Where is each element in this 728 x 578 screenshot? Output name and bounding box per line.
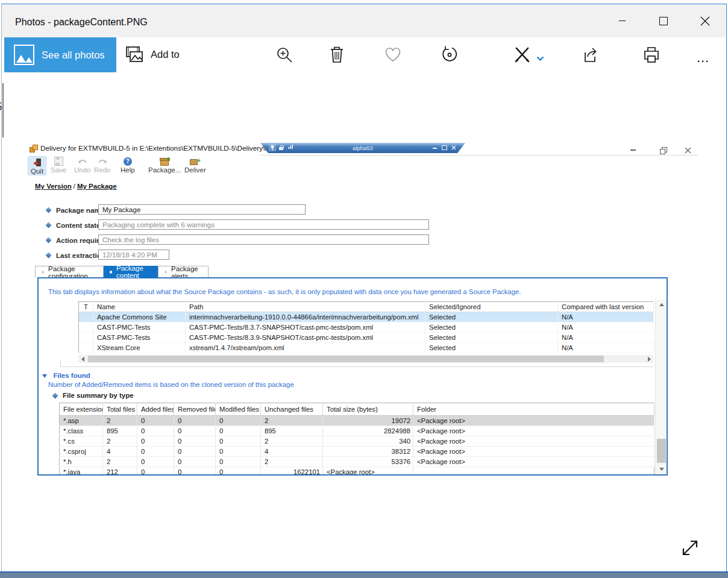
diamond-icon [46,237,52,243]
photo-edge-digit: 5 [0,100,4,115]
print-icon [642,46,661,64]
save-label: Save [51,166,66,174]
undo-icon [78,156,87,166]
quit-button[interactable]: Quit [28,156,46,178]
edit-dropdown-button[interactable] [536,53,544,64]
tab-package-content[interactable]: Package content [104,266,158,278]
save-button[interactable]: Save [51,156,66,178]
last-extraction-input[interactable]: 12/18/18 4:20 PM [98,250,169,260]
package-button[interactable]: + Package... [148,156,181,178]
help-icon: ? [124,156,132,166]
table-row[interactable]: *.h2000253376<Package root> [60,457,654,467]
inner-close-button [679,145,697,155]
table-row[interactable]: *.java2120001622101<Package root> [60,467,654,476]
package-label: Package... [148,166,181,174]
rdp-minimize-icon[interactable] [433,148,437,149]
col-path[interactable]: Path [186,302,425,312]
scrollbar-thumb[interactable] [657,439,666,463]
col-unchanged-files[interactable]: Unchanged files [261,403,323,416]
table-row[interactable]: *.asp2000219072<Package root> [60,416,654,426]
rdp-close-icon[interactable] [451,145,456,150]
quit-icon [31,157,43,167]
tab-package-configuration[interactable]: Package configuration [35,266,104,278]
scroll-right-button[interactable] [645,355,653,363]
rdp-restore-icon[interactable] [442,145,447,150]
edit-icon [513,46,532,64]
delivery-app-icon [30,145,38,152]
col-total-files[interactable]: Total files [103,403,137,416]
print-button[interactable] [642,46,661,66]
breadcrumb-version-link[interactable]: My Version [35,183,72,190]
table-row[interactable]: CAST-PMC-TestsCAST-PMC-Tests/8.3.9-SNAPS… [79,333,654,343]
table-row[interactable]: *.class8950008952824988<Package root> [60,426,654,436]
scroll-down-button[interactable] [656,464,667,474]
close-button[interactable] [685,4,725,37]
share-icon [580,45,599,64]
add-to-icon [124,45,145,65]
horizontal-scrollbar[interactable] [78,355,653,363]
col-compared[interactable]: Compared with last version [558,302,654,312]
col-type[interactable]: T [79,302,93,312]
col-selected[interactable]: Selected/Ignored [425,302,558,312]
vertical-scrollbar[interactable] [655,300,667,474]
zoom-icon [275,46,293,64]
minimize-button[interactable] [602,4,642,37]
scrollbar-thumb[interactable] [88,356,604,362]
delivery-window-title: Delivery for EXTMVBUILD-5 in E:\Extentio… [40,144,278,152]
add-to-button[interactable] [124,45,145,68]
files-found-note: Number of Added/Removed items is based o… [48,381,294,388]
package-name-input[interactable]: My Package [98,204,306,215]
tab-info-text: This tab displays information about what… [48,288,521,295]
minimize-icon [619,20,626,21]
col-removed-files[interactable]: Removed files [174,403,216,416]
delete-button[interactable] [328,45,345,67]
table-row[interactable]: Apache Commons Siteinterimnachverarbeitu… [79,312,654,322]
col-modified-files[interactable]: Modified files [216,403,261,416]
col-added-files[interactable]: Added files [137,403,174,416]
col-file-extension[interactable]: File extension [60,403,103,416]
help-button[interactable]: ? Help [121,156,135,178]
table-row[interactable]: *.cs20002340<Package root> [60,436,654,447]
favorite-button[interactable] [384,46,401,65]
scroll-left-button[interactable] [78,355,87,363]
col-total-size[interactable]: Total size (bytes) [323,403,413,416]
table-row[interactable]: XStream Corexstream/1.4.7/xstream/pom.xm… [79,343,654,353]
table-row[interactable]: *.csproj4000438312<Package root> [60,447,654,457]
edit-button[interactable] [513,46,532,66]
inner-titlebar-divider [260,155,698,155]
field-package-name: Package name [46,205,104,215]
fullscreen-toggle-button[interactable] [679,536,701,562]
col-name[interactable]: Name [93,302,186,312]
redo-button[interactable]: Redo [94,156,111,178]
more-button[interactable]: … [696,50,711,66]
collapse-triangle-icon [42,374,47,378]
deliver-button[interactable]: + Deliver [184,156,206,178]
diamond-icon [52,392,58,398]
maximize-button[interactable] [644,4,683,37]
file-summary-table: File extension Total files Added files R… [59,403,654,476]
table-row[interactable]: CAST-PMC-TestsCAST-PMC-Tests/8.3.7-SNAPS… [79,322,654,333]
save-icon [54,156,63,166]
ellipsis-icon: … [696,50,711,65]
content-state-input[interactable]: Packaging complete with 6 warnings [98,219,429,230]
tab-package-alerts[interactable]: Package alerts [158,266,209,278]
photos-gallery-icon [14,45,34,65]
close-icon [700,16,710,26]
expand-diagonal-icon [679,536,701,559]
zoom-button[interactable] [275,46,293,66]
breadcrumb-package-link[interactable]: My Package [77,183,117,190]
deliver-label: Deliver [184,166,206,174]
action-required-input[interactable]: Check the log files [98,234,429,245]
breadcrumb-separator: / [72,183,77,190]
col-folder[interactable]: Folder [413,403,654,416]
share-button[interactable] [580,45,599,67]
quit-label: Quit [31,168,43,175]
undo-button[interactable]: Undo [74,156,91,178]
tab-dot-icon [42,271,44,274]
scroll-up-button[interactable] [656,300,667,310]
files-found-header[interactable]: Files found [42,369,90,380]
packages-table: T Name Path Selected/Ignored Compared wi… [78,301,654,353]
see-all-photos-button[interactable]: See all photos [4,37,116,72]
rotate-button[interactable] [441,45,459,67]
diamond-icon [46,253,52,259]
